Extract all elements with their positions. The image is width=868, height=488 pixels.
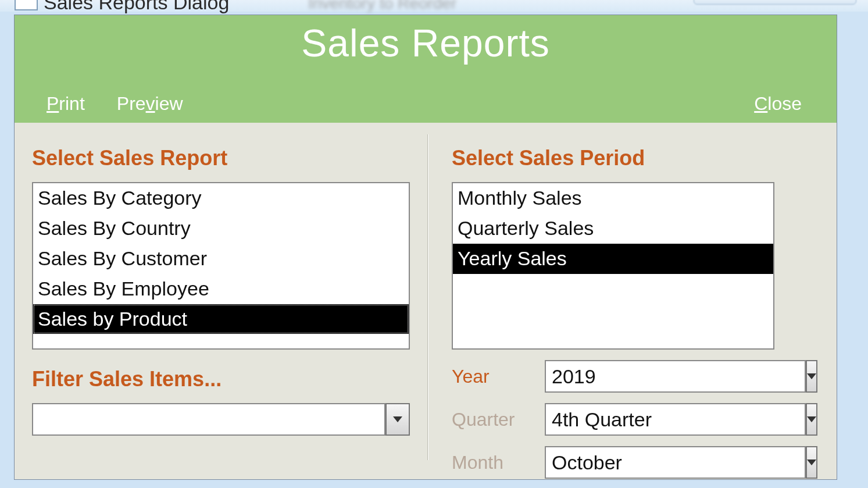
dialog-header: Sales Reports Print Preview Close xyxy=(15,15,837,123)
print-label-rest: rint xyxy=(59,93,84,114)
window-icon xyxy=(15,0,38,10)
period-item[interactable]: Yearly Sales xyxy=(453,244,773,274)
svg-marker-0 xyxy=(393,416,402,422)
close-button[interactable]: Close xyxy=(754,93,802,115)
svg-marker-3 xyxy=(807,459,816,465)
filter-dropdown-button[interactable] xyxy=(385,403,410,436)
month-combobox[interactable] xyxy=(545,446,777,479)
dialog-frame: Sales Reports Print Preview Close Select… xyxy=(14,15,837,480)
print-button[interactable]: Print xyxy=(47,93,85,115)
quarter-row: Quarter xyxy=(452,403,818,436)
right-pane: Select Sales Period Monthly SalesQuarter… xyxy=(428,123,835,479)
window-title: Sales Reports Dialog xyxy=(44,0,229,14)
reports-listbox[interactable]: Sales By CategorySales By CountrySales B… xyxy=(32,182,410,350)
year-label: Year xyxy=(452,366,545,387)
quarter-combobox[interactable] xyxy=(545,403,777,436)
background-tab: Inventory to Reorder xyxy=(308,0,456,13)
svg-marker-2 xyxy=(807,416,816,422)
quarter-dropdown-button[interactable] xyxy=(806,403,817,436)
filter-items-label: Filter Sales Items... xyxy=(32,367,410,391)
page-title: Sales Reports xyxy=(15,15,837,65)
month-label: Month xyxy=(452,452,545,473)
select-period-label: Select Sales Period xyxy=(452,146,818,170)
year-dropdown-button[interactable] xyxy=(806,360,817,393)
window-titlebar: Sales Reports Dialog Inventory to Reorde… xyxy=(0,0,868,12)
header-actions: Print Preview xyxy=(47,93,183,115)
month-input[interactable] xyxy=(545,446,806,479)
year-combobox[interactable] xyxy=(545,360,777,393)
close-mnemonic: C xyxy=(754,93,767,114)
report-item[interactable]: Sales By Country xyxy=(33,213,409,244)
report-item[interactable]: Sales by Product xyxy=(33,304,409,334)
year-row: Year xyxy=(452,360,818,393)
month-dropdown-button[interactable] xyxy=(806,446,817,479)
report-item[interactable]: Sales By Customer xyxy=(33,244,409,274)
svg-marker-1 xyxy=(807,373,816,379)
year-input[interactable] xyxy=(545,360,806,393)
period-item[interactable]: Monthly Sales xyxy=(453,183,773,213)
chevron-down-icon xyxy=(807,416,816,422)
select-report-label: Select Sales Report xyxy=(32,146,410,170)
report-item[interactable]: Sales By Employee xyxy=(33,274,409,304)
preview-button[interactable]: Preview xyxy=(117,93,183,115)
period-item[interactable]: Quarterly Sales xyxy=(453,213,773,244)
month-row: Month xyxy=(452,446,818,479)
report-item[interactable]: Sales By Category xyxy=(33,183,409,213)
chevron-down-icon xyxy=(807,459,816,465)
print-mnemonic: P xyxy=(47,93,59,114)
periods-listbox[interactable]: Monthly SalesQuarterly SalesYearly Sales xyxy=(452,182,774,350)
dialog-body: Select Sales Report Sales By CategorySal… xyxy=(15,123,837,479)
filter-combobox[interactable] xyxy=(32,403,410,436)
preview-mnemonic: v xyxy=(146,93,155,114)
left-pane: Select Sales Report Sales By CategorySal… xyxy=(15,123,427,479)
filter-input[interactable] xyxy=(32,403,385,436)
window-buttons[interactable] xyxy=(694,0,856,5)
quarter-label: Quarter xyxy=(452,409,545,430)
chevron-down-icon xyxy=(807,373,816,379)
quarter-input[interactable] xyxy=(545,403,806,436)
chevron-down-icon xyxy=(393,416,402,422)
